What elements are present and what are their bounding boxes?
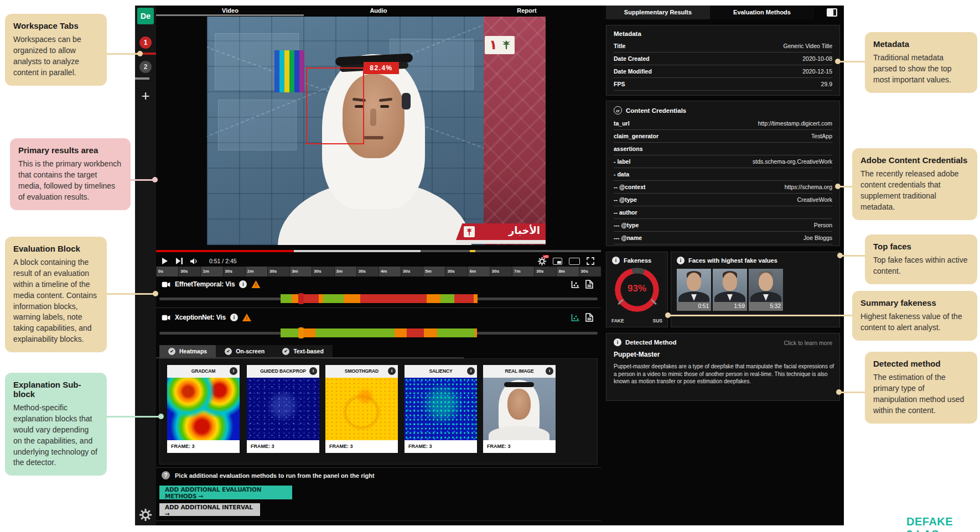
add-interval-button[interactable]: ADD ADDITIONAL INTERVAL → — [159, 503, 260, 516]
callout-body: Method-specific explanation blocks that … — [13, 403, 98, 468]
tab-text-based[interactable]: ✔ Text-based — [273, 345, 333, 357]
miniplayer-icon[interactable] — [553, 258, 562, 265]
heatmap-title: REAL IMAGE — [505, 368, 533, 374]
report-document-icon[interactable] — [585, 313, 593, 322]
detected-method-description: Puppet-master deepfakes are a type of de… — [614, 363, 838, 385]
app-logo: De — [137, 8, 154, 24]
check-icon: ✔ — [168, 348, 175, 355]
connector-line — [839, 186, 852, 187]
ruler-cell: 8m — [556, 267, 578, 277]
warning-icon[interactable]: ! — [242, 314, 251, 321]
credentials-title: Content Credentials — [626, 107, 686, 114]
fullscreen-icon[interactable] — [587, 257, 594, 265]
credentials-row: claim_generatorTestApp — [614, 130, 832, 143]
ruler-cell: 30s — [267, 267, 289, 277]
face-thumbnail[interactable]: 1:59 — [713, 269, 747, 311]
settings-gear-icon[interactable] — [139, 509, 152, 521]
add-evaluation-methods-button[interactable]: ADD ADDITIONAL EVALUATION METHODS → — [159, 486, 292, 499]
timeline-segments — [281, 328, 477, 337]
connector-line — [839, 61, 865, 62]
credentials-row: - data — [614, 168, 832, 181]
ruler-cell: 30s — [312, 267, 334, 277]
connector-dot — [835, 59, 841, 64]
evaluation-timeline[interactable] — [156, 293, 601, 304]
progress-marker — [470, 250, 475, 252]
workspace-tab-2[interactable]: 2 — [139, 61, 152, 73]
tab-heatmaps[interactable]: ✔ Heatmaps — [159, 345, 216, 357]
real-image — [483, 378, 556, 440]
tab-evaluation-methods[interactable]: Evaluation Methods — [710, 6, 814, 19]
info-icon[interactable]: i — [546, 367, 553, 375]
heatmap-image — [167, 378, 240, 440]
warning-icon[interactable]: ! — [251, 280, 260, 288]
face-timestamp: 5:32 — [749, 302, 783, 311]
callout-metadata: Metadata Traditional metadata parsed to … — [865, 32, 977, 93]
evaluation-name: XceptionNet: Vis — [175, 314, 226, 321]
credentials-row: -- author — [614, 206, 832, 219]
connector-line — [841, 255, 865, 257]
ruler-cell: 0s — [156, 267, 178, 277]
workspace-tab-1[interactable]: 1 — [139, 36, 152, 49]
evaluation-timeline[interactable] — [156, 327, 601, 338]
add-workspace-button[interactable]: + — [135, 87, 156, 105]
palm-emblem-icon — [502, 40, 510, 49]
workspace-sidebar: De 1 2 + — [135, 6, 156, 525]
timeline-segment — [437, 328, 475, 337]
credentials-row: --- @typePerson — [614, 219, 832, 232]
timeline-segment — [344, 294, 360, 303]
player-settings-icon[interactable]: HD — [538, 257, 546, 265]
timeline-segments — [281, 294, 478, 303]
info-icon[interactable]: i — [230, 367, 237, 375]
connector-line — [107, 53, 140, 55]
ruler-cell: 3m — [289, 267, 312, 277]
face-thumbnail[interactable]: 5:32 — [749, 269, 783, 311]
banner-arabic-text: الأخبار — [509, 225, 540, 236]
info-icon[interactable]: i — [230, 314, 238, 321]
video-progress-bar[interactable] — [156, 250, 601, 252]
ruler-cell: 30s — [579, 267, 601, 277]
detected-method-title: Detected Method — [625, 339, 677, 346]
connector-line — [669, 315, 852, 316]
info-icon[interactable]: i — [239, 280, 247, 288]
info-icon[interactable]: i — [677, 257, 685, 264]
metadata-row: TitleGeneric Video Title — [614, 40, 832, 53]
info-icon[interactable]: i — [612, 257, 620, 264]
next-button[interactable] — [176, 258, 183, 264]
play-button[interactable] — [162, 258, 168, 264]
volume-icon[interactable] — [190, 258, 199, 265]
ruler-cell: 1m — [200, 267, 222, 277]
report-document-icon[interactable] — [585, 280, 593, 289]
ruler-cell: 30s — [356, 267, 378, 277]
tab-supplementary-results[interactable]: Supplementary Results — [606, 6, 710, 19]
timeline-segment — [281, 294, 292, 303]
scatter-plot-icon[interactable] — [571, 280, 580, 289]
learn-more-link[interactable]: Click to learn more — [784, 340, 832, 346]
gauge-label-fake: FAKE — [611, 318, 624, 324]
scatter-plot-icon[interactable] — [571, 314, 580, 322]
info-icon[interactable]: i — [388, 367, 396, 375]
supplementary-panel: Supplementary Results Evaluation Methods… — [601, 6, 844, 525]
info-icon[interactable]: i — [614, 338, 621, 346]
timeline-playhead[interactable] — [298, 327, 304, 338]
callout-title: Evaluation Block — [13, 244, 98, 253]
timeline-segment — [424, 328, 437, 337]
info-icon[interactable]: i — [467, 367, 475, 375]
tab-audio[interactable]: Audio — [304, 6, 453, 16]
tab-on-screen[interactable]: ✔ On-screen — [216, 345, 273, 357]
defake-brand-logo: DEFAKE 2.LAS — [906, 515, 980, 532]
credentials-row: ta_urlhttp://timestamp.digicert.com — [614, 117, 832, 130]
ruler-cell: 30s — [178, 267, 200, 277]
video-frame[interactable]: ١ 82.4% الأخبار — [207, 17, 546, 245]
tab-report[interactable]: Report — [453, 6, 601, 16]
connector-dot — [152, 177, 158, 182]
collapse-panel-icon[interactable] — [827, 8, 837, 17]
progress-played — [156, 250, 294, 252]
theater-mode-icon[interactable] — [569, 258, 580, 265]
face-thumbnail[interactable]: 0:51 — [677, 269, 711, 311]
timeline-playhead[interactable] — [298, 293, 304, 304]
gauge-label-sus: SUS — [653, 318, 662, 324]
info-icon[interactable]: i — [309, 367, 317, 375]
question-icon[interactable]: ? — [162, 471, 170, 479]
active-tab-underline — [156, 14, 304, 16]
frame-label: FRAME: 3 — [405, 440, 477, 453]
